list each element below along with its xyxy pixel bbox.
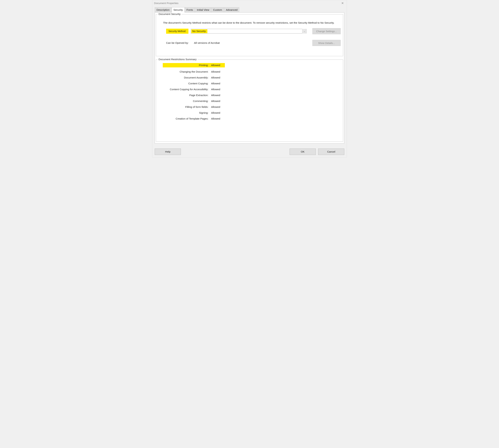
restriction-value: Allowed — [210, 76, 220, 79]
title-bar: Document Properties ✕ — [152, 0, 347, 6]
dialog-footer: Help OK Cancel — [152, 146, 347, 157]
restriction-row: Changing the Document:Allowed — [163, 70, 341, 73]
restriction-label: Printing: — [163, 63, 210, 67]
tab-advanced[interactable]: Advanced — [224, 7, 239, 13]
restriction-value: Allowed — [210, 117, 220, 120]
restriction-label: Changing the Document: — [163, 70, 210, 73]
window-title: Document Properties — [154, 2, 179, 5]
restriction-row: Content Copying for Accessibility:Allowe… — [163, 88, 341, 91]
restriction-row: Signing:Allowed — [163, 111, 341, 114]
change-settings-button[interactable]: Change Settings... — [312, 28, 341, 34]
restriction-label: Creation of Template Pages: — [163, 117, 210, 120]
security-instructions: The document's Security Method restricts… — [158, 17, 341, 27]
restriction-row: Filling of form fields:Allowed — [163, 105, 341, 109]
restriction-label: Content Copying: — [163, 82, 210, 85]
restriction-label: Content Copying for Accessibility: — [163, 88, 210, 91]
can-open-value: All versions of Acrobat — [194, 41, 306, 45]
restriction-row: Document Assembly:Allowed — [163, 76, 341, 79]
chevron-down-icon[interactable]: ⌄ — [302, 29, 306, 33]
document-security-group: Document Security The document's Securit… — [156, 14, 343, 56]
restriction-value: Allowed — [210, 94, 220, 97]
restriction-value: Allowed — [210, 100, 220, 103]
restriction-value: Allowed — [210, 63, 225, 67]
restriction-value: Allowed — [210, 105, 220, 109]
close-icon[interactable]: ✕ — [340, 1, 345, 6]
restriction-row: Printing:Allowed — [163, 63, 341, 67]
restrictions-summary-legend: Document Restrictions Summary — [158, 58, 198, 61]
tab-security[interactable]: Security — [172, 7, 185, 13]
restriction-row: Page Extraction:Allowed — [163, 94, 341, 97]
restriction-label: Filling of form fields: — [163, 105, 210, 109]
ok-button[interactable]: OK — [290, 148, 316, 155]
tab-strip: Description Security Fonts Initial View … — [152, 6, 347, 13]
document-properties-dialog: Document Properties ✕ Description Securi… — [152, 0, 347, 158]
restrictions-summary-grid: Printing:AllowedChanging the Document:Al… — [163, 63, 341, 120]
restriction-value: Allowed — [210, 111, 220, 114]
restrictions-summary-group: Document Restrictions Summary Printing:A… — [156, 60, 343, 142]
help-button[interactable]: Help — [155, 148, 181, 155]
tab-description[interactable]: Description — [155, 7, 171, 13]
security-method-label: Security Method: — [168, 30, 186, 32]
tab-initial-view[interactable]: Initial View — [195, 7, 211, 13]
restriction-row: Commenting:Allowed — [163, 100, 341, 103]
document-security-legend: Document Security — [158, 13, 181, 16]
can-open-label: Can be Opened by: — [166, 41, 192, 45]
tab-custom[interactable]: Custom — [211, 7, 224, 13]
security-method-select[interactable]: No Security ⌄ — [191, 29, 306, 33]
security-method-value: No Security — [191, 29, 207, 33]
restriction-label: Page Extraction: — [163, 94, 210, 97]
show-details-button[interactable]: Show Details... — [312, 40, 341, 46]
restriction-row: Creation of Template Pages:Allowed — [163, 117, 341, 120]
restriction-value: Allowed — [210, 70, 220, 73]
restriction-value: Allowed — [210, 82, 220, 85]
restriction-label: Signing: — [163, 111, 210, 114]
restriction-value: Allowed — [210, 88, 220, 91]
cancel-button[interactable]: Cancel — [318, 148, 344, 155]
restriction-label: Document Assembly: — [163, 76, 210, 79]
security-method-label-highlight: Security Method: — [166, 29, 188, 34]
restriction-row: Content Copying:Allowed — [163, 82, 341, 85]
restriction-label: Commenting: — [163, 100, 210, 103]
tab-fonts[interactable]: Fonts — [185, 7, 195, 13]
